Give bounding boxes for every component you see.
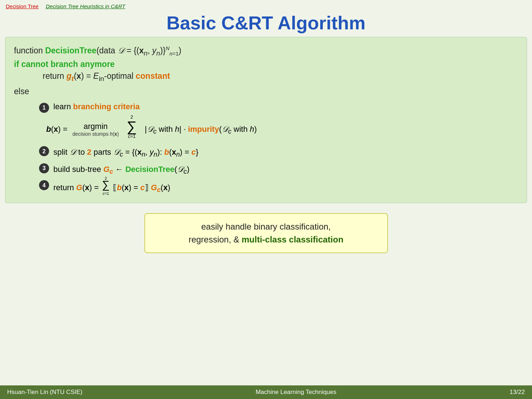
top-nav: Decision Tree Decision Tree Heuristics i…	[0, 0, 532, 12]
step-4-text: return G(x) = 2 ∑ c=1 ⟦b(x) = c⟧ Gc(x)	[53, 179, 170, 197]
callout-line2: regression, &	[188, 235, 241, 244]
return-line: return gt(x) = Ein-optimal constant	[43, 69, 518, 83]
else-line: else	[14, 85, 518, 98]
step-3-row: 3 build sub-tree Gc ← DecisionTree(𝒟c)	[39, 163, 518, 176]
callout-box: easily handle binary classification, reg…	[144, 213, 388, 253]
step-1-row: 1 learn branching criteria	[39, 102, 518, 113]
formula-main: b(x) = argmin decision stumps h(x) 2 ∑ c…	[46, 119, 518, 139]
nav-decision-tree[interactable]: Decision Tree	[6, 3, 39, 9]
callout-line1: easily handle binary classification,	[201, 222, 331, 231]
step-3-text: build sub-tree Gc ← DecisionTree(𝒟c)	[53, 163, 190, 176]
if-line: if cannot branch anymore	[14, 59, 518, 69]
function-line: function DecisionTree(data 𝒟 = {(xn, yn)…	[14, 44, 518, 58]
step-2-text: split 𝒟 to 2 parts 𝒟c = {(xn, yn): b(xn)…	[53, 145, 198, 159]
argmin-block: argmin decision stumps h(x)	[72, 122, 119, 137]
callout-bold: multi-class classification	[241, 235, 343, 244]
step-4-circle: 4	[39, 180, 49, 190]
step-3-circle: 3	[39, 163, 49, 173]
nav-heuristics[interactable]: Decision Tree Heuristics in C&RT	[46, 3, 125, 9]
step-2-circle: 2	[39, 146, 49, 156]
footer-author: Hsuan-Tien Lin (NTU CSIE)	[7, 389, 82, 396]
footer-page: 13/22	[509, 389, 525, 396]
step-4-row: 4 return G(x) = 2 ∑ c=1 ⟦b(x) = c⟧ Gc(x)	[39, 179, 518, 197]
step-1-circle: 1	[39, 103, 49, 113]
footer: Hsuan-Tien Lin (NTU CSIE) Machine Learni…	[0, 385, 532, 399]
page-title: Basic C&RT Algorithm	[0, 13, 532, 33]
step-2-row: 2 split 𝒟 to 2 parts 𝒟c = {(xn, yn): b(x…	[39, 145, 518, 159]
step-1-text: learn branching criteria	[53, 102, 140, 111]
footer-course: Machine Learning Techniques	[255, 389, 336, 396]
formula-area: b(x) = argmin decision stumps h(x) 2 ∑ c…	[46, 119, 518, 139]
algorithm-box: function DecisionTree(data 𝒟 = {(xn, yn)…	[5, 37, 527, 203]
